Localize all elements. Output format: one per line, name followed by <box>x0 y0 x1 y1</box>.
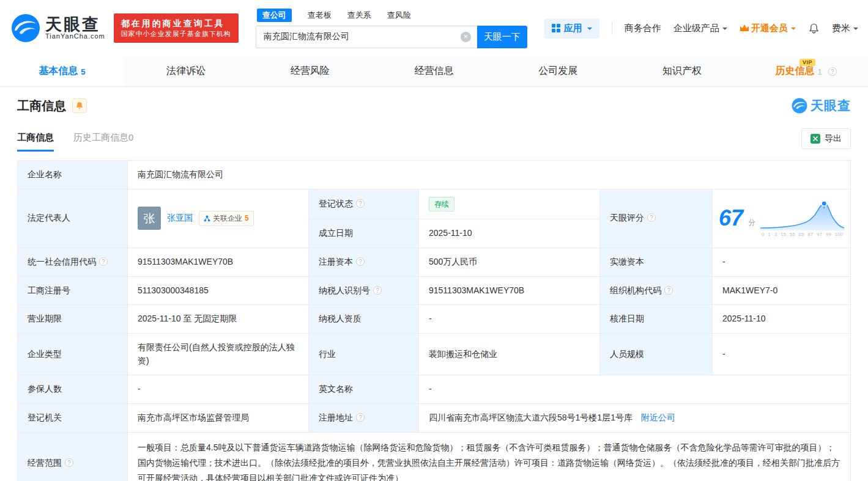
insured-count-value: - <box>128 375 309 404</box>
tab-history-info[interactable]: VIP 历史信息 1 <box>744 56 868 86</box>
tab-intellectual-property[interactable]: 知识产权 <box>620 56 744 86</box>
slogan-line-2: 国家中小企业发展子基金旗下机构 <box>121 29 231 39</box>
score-chart: 0 1 3 15 55 65 87 97 99 100 <box>760 199 844 238</box>
company-name-value: 南充圆汇物流有限公司 <box>128 161 851 189</box>
staff-size-value: - <box>713 334 851 375</box>
help-icon[interactable] <box>356 257 365 266</box>
label-text: 登记机关 <box>28 413 62 422</box>
table-row: 登记机关 南充市高坪区市场监督管理局 注册地址 四川省南充市高坪区物流大道六段5… <box>18 404 851 433</box>
tab-label: 公司发展 <box>538 65 577 78</box>
tab-operation-risk[interactable]: 经营风险 <box>248 56 372 86</box>
legal-rep-avatar[interactable]: 张 <box>138 207 161 230</box>
help-icon[interactable] <box>664 286 673 295</box>
help-icon[interactable] <box>647 213 656 222</box>
reg-status-cell: 存续 <box>419 189 600 219</box>
field-label-address: 注册地址 <box>309 404 419 433</box>
main-tabbar: 基本信息 5 法律诉讼 经营风险 经营信息 公司发展 知识产权 VIP 历史信息… <box>0 56 868 87</box>
help-icon[interactable] <box>828 67 837 76</box>
field-label-taxpayer-quality: 纳税人资质 <box>309 305 419 334</box>
nearby-companies-link[interactable]: 附近公司 <box>641 413 675 422</box>
field-label-insured-count: 参保人数 <box>18 375 128 404</box>
field-label-credit-code: 统一社会信用代码 <box>18 248 128 276</box>
crown-icon <box>740 24 749 32</box>
clear-search-icon[interactable] <box>461 32 471 42</box>
help-icon[interactable] <box>356 413 365 422</box>
field-label-company-name: 企业名称 <box>18 161 128 189</box>
tab-label: 经营信息 <box>415 65 454 78</box>
search-tab-boss[interactable]: 查老板 <box>308 10 332 21</box>
table-row: 法定代表人 张 张亚国 关联企业 5 登记状态 存续 天 <box>18 189 851 219</box>
search-input[interactable] <box>256 26 477 48</box>
help-icon[interactable] <box>373 286 382 295</box>
tab-basic-info[interactable]: 基本信息 5 <box>0 56 124 86</box>
top-nav: 应用 商务合作 企业级产品 开通会员 费米 <box>544 18 858 39</box>
tab-company-development[interactable]: 公司发展 <box>496 56 620 86</box>
org-code-value: MAK1WEY7-0 <box>713 276 851 305</box>
section-header: 工商信息 天眼查 <box>17 87 851 125</box>
bell-icon <box>808 23 820 34</box>
help-icon[interactable] <box>99 257 108 266</box>
search-block: 查公司 查老板 查关系 查风险 天眼一下 <box>256 9 527 48</box>
apps-menu[interactable]: 应用 <box>544 18 599 39</box>
tab-count: 5 <box>81 67 85 76</box>
nav-user[interactable]: 费米 <box>832 23 858 34</box>
axis-tick: 99 <box>826 231 831 238</box>
slogan-line-1: 都在用的商业查询工具 <box>121 18 231 30</box>
help-icon[interactable] <box>356 199 365 208</box>
username-label: 费米 <box>832 23 850 34</box>
tianyancha-watermark-icon <box>792 98 807 114</box>
vip-badge: VIP <box>799 59 815 66</box>
nav-enterprise-products[interactable]: 企业级产品 <box>673 23 727 34</box>
excel-icon <box>811 134 820 144</box>
legal-rep-link[interactable]: 张亚国 <box>167 211 193 225</box>
label-text: 登记状态 <box>319 199 353 208</box>
axis-tick: 15 <box>781 231 786 238</box>
field-label-score: 天眼评分 <box>600 189 713 248</box>
search-button[interactable]: 天眼一下 <box>477 26 527 48</box>
label-text: 注册资本 <box>319 257 353 266</box>
label-text: 营业期限 <box>28 314 62 323</box>
label-text: 英文名称 <box>319 384 353 394</box>
search-tab-company[interactable]: 查公司 <box>257 9 292 22</box>
tianyancha-logo[interactable]: 天眼查 TianYanCha.com <box>11 13 105 43</box>
tab-legal-litigation[interactable]: 法律诉讼 <box>124 56 248 86</box>
apps-label: 应用 <box>564 23 582 34</box>
related-companies-tag[interactable]: 关联企业 5 <box>199 211 254 226</box>
tab-count: 1 <box>818 67 822 76</box>
export-button[interactable]: 导出 <box>801 128 851 149</box>
score-curve-icon <box>760 199 844 230</box>
enterprise-products-label: 企业级产品 <box>673 23 719 34</box>
monitor-bell-button[interactable] <box>72 98 87 113</box>
label-text: 经营范围 <box>28 458 62 468</box>
nav-business-coop[interactable]: 商务合作 <box>625 23 661 34</box>
field-label-taxpayer-id: 纳税人识别号 <box>309 276 419 305</box>
registry-value: 南充市高坪区市场监督管理局 <box>128 404 309 433</box>
establish-date-value: 2025-11-10 <box>419 219 600 248</box>
brand-domain: TianYanCha.com <box>45 33 105 40</box>
main-content: 工商信息 天眼查 工商信息 历史工商信息0 导出 <box>0 87 868 481</box>
table-row: 营业期限 2025-11-10 至 无固定期限 纳税人资质 - 核准日期 202… <box>18 305 851 334</box>
related-companies-label: 关联企业 <box>213 213 242 224</box>
tab-operation-info[interactable]: 经营信息 <box>372 56 496 86</box>
tab-label: 历史信息 <box>776 65 815 78</box>
brand-slogan: 都在用的商业查询工具 国家中小企业发展子基金旗下机构 <box>114 13 239 43</box>
credit-code-value: 91511303MAK1WEY70B <box>128 248 309 276</box>
search-tab-risk[interactable]: 查风险 <box>387 10 411 21</box>
search-tabs: 查公司 查老板 查关系 查风险 <box>256 9 527 22</box>
chevron-down-icon <box>722 28 727 32</box>
legal-rep-cell: 张 张亚国 关联企业 5 <box>128 189 309 248</box>
nav-open-vip[interactable]: 开通会员 <box>740 23 796 34</box>
field-label-business-scope: 经营范围 <box>18 432 128 481</box>
subtab-history-business-info[interactable]: 历史工商信息0 <box>73 132 133 152</box>
subtab-business-info[interactable]: 工商信息 <box>17 132 54 152</box>
business-info-table: 企业名称 南充圆汇物流有限公司 法定代表人 张 张亚国 关联企业 5 <box>17 160 851 481</box>
search-tab-relation[interactable]: 查关系 <box>347 10 371 21</box>
chevron-down-icon <box>853 28 858 32</box>
subtab-row: 工商信息 历史工商信息0 导出 <box>17 125 851 152</box>
help-icon[interactable] <box>65 458 73 467</box>
score-cell: 67 分 <box>713 189 851 248</box>
field-label-org-code: 组织机构代码 <box>600 276 713 305</box>
chevron-down-icon <box>791 28 796 32</box>
divider <box>612 21 612 35</box>
notifications-bell[interactable] <box>808 23 820 34</box>
